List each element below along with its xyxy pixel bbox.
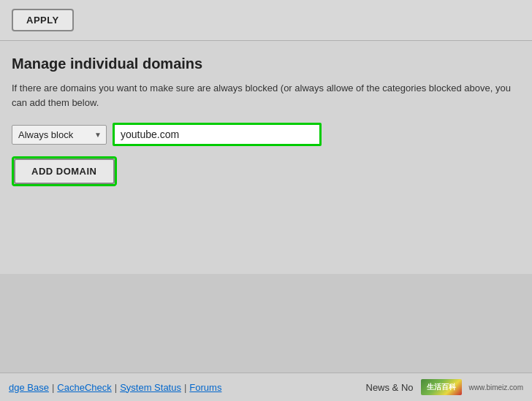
footer-links: dge Base | CacheCheck | System Status | … [9,382,221,393]
add-domain-wrapper: ADD DOMAIN [12,156,117,186]
footer-link-status[interactable]: System Status [120,382,181,393]
footer-sep-3: | [184,382,186,393]
watermark-chinese: 生活百科 [427,382,456,392]
block-type-dropdown[interactable]: Always block ▼ [12,125,107,145]
section-title: Manage individual domains [12,56,520,72]
footer-sep-2: | [115,382,117,393]
footer-link-knowledge[interactable]: dge Base [9,382,49,393]
footer-right: News & No 生活百科 www.bimeiz.com [366,379,524,395]
footer-sep-1: | [52,382,54,393]
section-description: If there are domains you want to make su… [12,81,520,110]
apply-button[interactable]: APPLY [12,9,74,31]
top-bar: APPLY [0,0,532,41]
block-type-label: Always block [18,129,91,140]
watermark-badge: 生活百科 [421,379,462,395]
footer-news-text: News & No [366,382,414,393]
watermark-url: www.bimeiz.com [469,383,523,392]
domain-input-wrapper [113,123,322,146]
domain-input[interactable] [115,125,319,144]
footer-link-forums[interactable]: Forums [189,382,221,393]
domain-row: Always block ▼ [12,123,520,146]
footer-link-cachecheck[interactable]: CacheCheck [57,382,111,393]
footer: dge Base | CacheCheck | System Status | … [0,373,532,401]
dropdown-arrow-icon: ▼ [94,131,102,139]
add-domain-button[interactable]: ADD DOMAIN [14,159,115,184]
main-content: Manage individual domains If there are d… [0,41,532,274]
